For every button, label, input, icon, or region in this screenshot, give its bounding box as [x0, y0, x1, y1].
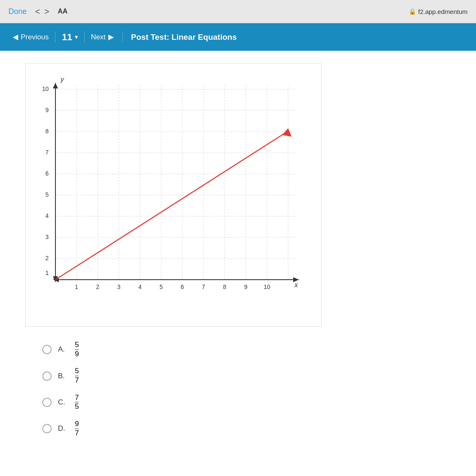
svg-text:6: 6: [181, 283, 184, 290]
option-c-row: C. 7 5: [42, 394, 451, 411]
option-b-fraction: 5 7: [75, 367, 79, 384]
option-d-numerator: 9: [75, 420, 79, 429]
previous-label: Previous: [21, 33, 49, 41]
option-d-radio[interactable]: [42, 424, 52, 433]
svg-text:4: 4: [138, 283, 142, 290]
svg-text:2: 2: [45, 255, 49, 261]
svg-text:2: 2: [96, 283, 99, 290]
question-dropdown-icon: ▾: [75, 34, 78, 40]
question-number-display[interactable]: 11 ▾: [55, 32, 84, 43]
option-b-radio[interactable]: [42, 371, 52, 381]
option-c-denominator: 5: [75, 402, 79, 411]
svg-text:8: 8: [45, 128, 49, 135]
coordinate-graph: 10 9 8 7 6 5 4 3 2 1 1 2 3 4 5 6 7 8 9: [30, 72, 309, 318]
question-number: 11: [62, 32, 72, 43]
option-d-row: D. 9 7: [42, 420, 451, 437]
svg-text:3: 3: [45, 234, 49, 240]
svg-text:8: 8: [223, 283, 226, 290]
answer-options: A. 5 9 B. 5 7 C. 7 5: [42, 341, 451, 437]
next-button[interactable]: Next ▶: [85, 33, 120, 41]
option-a-row: A. 5 9: [42, 341, 451, 358]
next-icon: ▶: [108, 33, 114, 41]
svg-text:7: 7: [202, 283, 205, 290]
option-d-label: D.: [58, 424, 69, 433]
svg-text:x: x: [294, 281, 298, 289]
option-a-numerator: 5: [75, 341, 79, 350]
svg-marker-50: [282, 128, 292, 137]
done-button[interactable]: Done: [8, 7, 27, 16]
previous-icon: ◀: [13, 33, 18, 41]
svg-text:9: 9: [45, 107, 49, 113]
svg-marker-25: [53, 83, 58, 88]
option-c-numerator: 7: [75, 394, 79, 403]
svg-text:6: 6: [45, 170, 49, 177]
nav-back-button[interactable]: <: [35, 7, 40, 17]
nav-forward-button[interactable]: >: [44, 7, 50, 17]
content-area: 10 9 8 7 6 5 4 3 2 1 1 2 3 4 5 6 7 8 9: [0, 51, 476, 476]
browser-frame: Done < > AA 🔒 f2.app.edmentum ◀ Previous…: [0, 0, 476, 476]
nav-bar: ◀ Previous 11 ▾ Next ▶ Post Test: Linear…: [0, 23, 476, 51]
svg-text:10: 10: [42, 85, 49, 92]
page-title: Post Test: Linear Equations: [122, 33, 245, 42]
lock-icon: 🔒: [409, 8, 416, 15]
svg-text:1: 1: [75, 283, 78, 290]
svg-text:3: 3: [117, 283, 121, 290]
option-a-fraction: 5 9: [75, 341, 79, 358]
option-b-numerator: 5: [75, 367, 79, 376]
option-b-denominator: 7: [75, 376, 79, 385]
option-b-row: B. 5 7: [42, 367, 451, 384]
svg-text:7: 7: [45, 149, 49, 156]
option-c-label: C.: [58, 398, 69, 407]
svg-text:y: y: [60, 76, 64, 83]
option-a-denominator: 9: [75, 350, 79, 358]
option-d-denominator: 7: [75, 429, 79, 437]
svg-text:1: 1: [45, 270, 49, 276]
svg-text:5: 5: [45, 191, 49, 198]
option-a-radio[interactable]: [42, 345, 52, 354]
svg-line-49: [55, 132, 286, 280]
next-label: Next: [91, 33, 106, 41]
option-d-fraction: 9 7: [75, 420, 79, 437]
previous-button[interactable]: ◀ Previous: [6, 33, 55, 41]
option-c-radio[interactable]: [42, 398, 52, 407]
option-b-label: B.: [58, 372, 69, 380]
svg-text:4: 4: [45, 212, 49, 219]
svg-text:9: 9: [244, 283, 248, 290]
svg-text:10: 10: [264, 283, 270, 290]
option-c-fraction: 7 5: [75, 394, 79, 411]
text-size-button[interactable]: AA: [58, 8, 67, 15]
option-a-label: A.: [58, 345, 69, 354]
graph-container: 10 9 8 7 6 5 4 3 2 1 1 2 3 4 5 6 7 8 9: [25, 63, 322, 327]
url-text: f2.app.edmentum: [418, 8, 468, 15]
svg-text:5: 5: [160, 283, 163, 290]
browser-navigation: < >: [35, 7, 49, 17]
browser-bar: Done < > AA 🔒 f2.app.edmentum: [0, 0, 476, 23]
url-bar[interactable]: 🔒 f2.app.edmentum: [409, 8, 468, 15]
